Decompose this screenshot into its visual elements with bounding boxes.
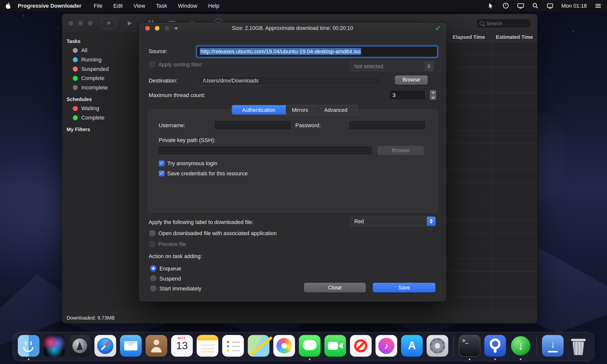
1password-icon[interactable] bbox=[484, 335, 506, 357]
radio-start-immediately[interactable] bbox=[150, 285, 156, 292]
ssh-key-path-input[interactable] bbox=[158, 146, 372, 155]
column-header-estimated-time[interactable]: Estimated Time bbox=[491, 33, 538, 42]
sorting-filter-checkbox[interactable] bbox=[150, 61, 155, 67]
spotlight-icon[interactable] bbox=[532, 2, 539, 9]
power-status-icon[interactable] bbox=[502, 2, 509, 9]
desktop: Progressive Downloader File Edit View Ta… bbox=[0, 0, 607, 364]
status-dot-blue bbox=[73, 57, 78, 62]
sidebar-section-tasks: Tasks bbox=[62, 37, 151, 45]
minimize-window-button[interactable] bbox=[78, 21, 83, 26]
radio-suspend[interactable] bbox=[150, 275, 156, 282]
tab-advanced[interactable]: Advanced bbox=[314, 105, 357, 115]
launchpad-icon[interactable] bbox=[69, 335, 91, 357]
contacts-icon[interactable] bbox=[146, 335, 167, 357]
source-input[interactable]: http://releases.ubuntu.com/19.04/ubuntu-… bbox=[197, 46, 437, 57]
preview-file-checkbox[interactable] bbox=[150, 241, 155, 247]
siri-icon[interactable] bbox=[43, 335, 65, 357]
search-placeholder: Search bbox=[486, 20, 502, 26]
open-with-checkbox[interactable] bbox=[150, 231, 155, 236]
thread-count-label: Maximum thread count: bbox=[149, 92, 205, 98]
news-icon[interactable] bbox=[350, 335, 372, 357]
maps-icon[interactable] bbox=[248, 335, 269, 357]
messages-icon[interactable] bbox=[299, 335, 321, 357]
stepper-up-icon[interactable] bbox=[430, 90, 436, 95]
progressive-downloader-icon[interactable] bbox=[510, 335, 532, 357]
notes-icon[interactable] bbox=[197, 335, 218, 357]
ssh-key-browse-button[interactable]: Browse bbox=[377, 146, 424, 155]
start-task-button[interactable]: ▶ bbox=[128, 20, 132, 26]
thread-count-field[interactable]: 3 bbox=[389, 90, 426, 100]
safari-icon[interactable] bbox=[94, 335, 116, 357]
photos-icon[interactable] bbox=[273, 335, 295, 357]
zoom-window-button[interactable] bbox=[88, 21, 93, 26]
tab-authentication[interactable]: Authentication bbox=[232, 105, 286, 115]
close-window-button[interactable] bbox=[68, 21, 73, 26]
sidebar-item-suspended[interactable]: Suspended bbox=[62, 64, 151, 74]
radio-enqueue[interactable] bbox=[150, 265, 156, 272]
password-input[interactable] bbox=[348, 120, 426, 130]
save-credentials-label: Save credentials for this resource bbox=[167, 170, 248, 176]
facetime-icon[interactable] bbox=[325, 335, 346, 357]
sidebar-item-incomplete[interactable]: Incomplete bbox=[62, 83, 151, 92]
display-status-icon[interactable] bbox=[517, 2, 524, 9]
radio-start-immediately-label: Start immediately bbox=[159, 285, 201, 292]
calendar-icon[interactable]: MAY 13 bbox=[171, 335, 193, 357]
column-divider bbox=[491, 33, 492, 312]
sidebar-item-complete[interactable]: Complete bbox=[62, 74, 151, 83]
destination-browse-button[interactable]: Browse bbox=[395, 75, 428, 85]
notification-center-icon[interactable] bbox=[595, 2, 602, 9]
action-on-adding-label: Action on task adding: bbox=[149, 253, 202, 259]
calendar-month-label: MAY bbox=[171, 337, 193, 340]
label-dropdown[interactable]: Red bbox=[350, 216, 436, 226]
source-selected-text: http://releases.ubuntu.com/19.04/ubuntu-… bbox=[200, 48, 361, 55]
sorting-filter-dropdown[interactable]: Not selected bbox=[350, 61, 434, 71]
add-task-button[interactable]: + bbox=[101, 18, 116, 29]
sidebar-item-all[interactable]: All bbox=[62, 46, 151, 55]
radio-enqueue-label: Enqueue bbox=[159, 265, 181, 272]
app-store-icon[interactable] bbox=[401, 335, 423, 357]
menu-item-file[interactable]: File bbox=[94, 2, 102, 9]
search-input[interactable]: Search bbox=[476, 19, 531, 28]
reminders-icon[interactable] bbox=[222, 335, 244, 357]
stepper-down-icon[interactable] bbox=[430, 95, 436, 100]
menu-item-help[interactable]: Help bbox=[208, 2, 219, 9]
password-label: Password: bbox=[295, 122, 321, 128]
finder-icon[interactable] bbox=[18, 335, 40, 357]
status-dot-green bbox=[73, 115, 78, 120]
destination-path-field[interactable]: /Users/dmx/Downloads bbox=[199, 76, 381, 85]
menu-item-view[interactable]: View bbox=[133, 2, 145, 9]
sidebar-item-waiting[interactable]: Waiting bbox=[62, 104, 151, 113]
menu-item-window[interactable]: Window bbox=[178, 2, 197, 9]
active-app-name[interactable]: Progressive Downloader bbox=[18, 2, 81, 9]
menu-item-edit[interactable]: Edit bbox=[113, 2, 123, 9]
terminal-icon[interactable] bbox=[459, 335, 480, 357]
save-credentials-checkbox[interactable] bbox=[159, 171, 164, 176]
anonymous-login-checkbox[interactable] bbox=[159, 161, 164, 166]
save-button[interactable]: Save bbox=[373, 283, 435, 292]
airplay-display-icon[interactable] bbox=[546, 2, 553, 9]
url-valid-checkmark-icon bbox=[435, 24, 441, 32]
tab-mirrors[interactable]: Mirrors bbox=[286, 105, 314, 115]
trash-icon[interactable] bbox=[567, 335, 589, 357]
mail-icon[interactable] bbox=[120, 335, 142, 357]
running-indicator bbox=[469, 359, 470, 360]
column-header-elapsed-time[interactable]: Elapsed Time bbox=[446, 33, 491, 42]
menu-item-task[interactable]: Task bbox=[156, 2, 167, 9]
apple-menu[interactable] bbox=[5, 2, 11, 9]
popup-chevrons-icon bbox=[427, 217, 435, 226]
menu-bar-clock[interactable]: Mon 01:18 bbox=[561, 2, 587, 9]
close-button[interactable]: Close bbox=[304, 283, 366, 292]
radio-suspend-label: Suspend bbox=[159, 275, 181, 282]
username-input[interactable] bbox=[214, 120, 291, 130]
itunes-icon[interactable] bbox=[375, 335, 397, 357]
downloads-stack-icon[interactable] bbox=[542, 335, 564, 357]
sidebar-item-schedules-complete[interactable]: Complete bbox=[62, 113, 151, 122]
pointer-status-icon[interactable] bbox=[488, 2, 495, 9]
running-indicator bbox=[520, 359, 521, 360]
preview-file-label: Preview file bbox=[158, 241, 186, 247]
sidebar-section-my-filters: My Filters bbox=[62, 125, 151, 134]
sidebar-item-running[interactable]: Running bbox=[62, 55, 151, 64]
thread-count-stepper[interactable] bbox=[430, 90, 436, 100]
dialog-titlebar: Size: 2.10GB. Approximate download time:… bbox=[139, 22, 446, 35]
system-preferences-icon[interactable] bbox=[427, 335, 448, 357]
